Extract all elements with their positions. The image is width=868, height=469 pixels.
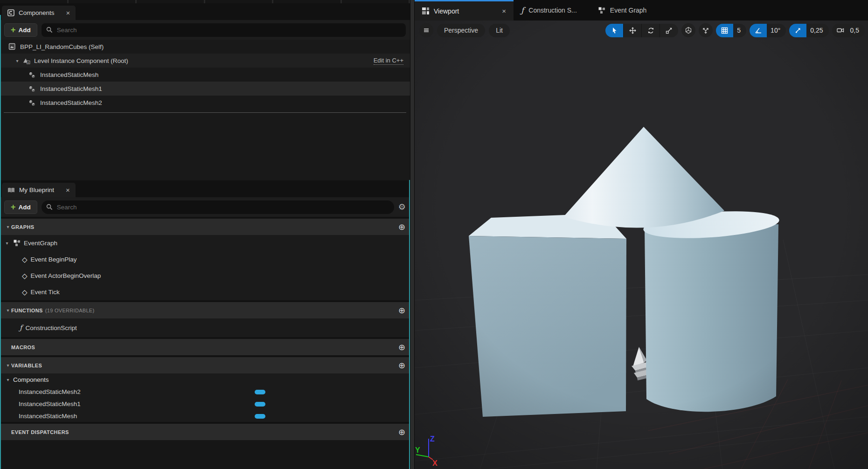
my-blueprint-search-input[interactable] (57, 204, 389, 211)
add-event-dispatcher-icon[interactable]: ⊕ (398, 428, 405, 436)
tab-viewport-label: Viewport (434, 7, 459, 15)
tab-viewport[interactable]: Viewport × (415, 0, 514, 21)
section-graphs-label: GRAPHS (11, 224, 34, 230)
add-function-icon[interactable]: ⊕ (398, 306, 405, 315)
3d-scene: Z Y X (415, 21, 868, 469)
close-icon[interactable]: × (502, 7, 506, 15)
axis-x-label: X (432, 459, 437, 467)
tree-row-label: Level Instance Component (Root) (34, 57, 128, 64)
perspective-label: Perspective (444, 27, 478, 34)
move-tool-button[interactable] (624, 24, 642, 37)
components-toolbar: + Add (0, 20, 410, 40)
section-macros[interactable]: MACROS ⊕ (0, 339, 410, 355)
surface-snapping-button[interactable] (699, 23, 713, 37)
left-dock: Components × + Add (0, 0, 410, 469)
instanced-mesh-icon (29, 71, 36, 78)
grid-snap-toggle[interactable] (716, 24, 733, 37)
my-blueprint-search[interactable] (42, 200, 394, 214)
tab-components[interactable]: Components × (2, 6, 76, 20)
variable-row[interactable]: InstancedStaticMesh2 (0, 386, 410, 398)
row-event-actorbeginoverlap[interactable]: ◇ Event ActorBeginOverlap (0, 268, 410, 284)
functions-body: ƒ ConstructionScript (0, 318, 410, 337)
row-constructionscript[interactable]: ƒ ConstructionScript (0, 318, 410, 337)
expander-icon[interactable]: ▾ (14, 58, 21, 63)
section-variables[interactable]: ▾ VARIABLES ⊕ (0, 357, 410, 373)
grid-snap-value[interactable]: 5 (733, 24, 746, 37)
perspective-dropdown[interactable]: Perspective (437, 24, 485, 37)
tree-row-ism2[interactable]: InstancedStaticMesh2 (0, 96, 410, 110)
tree-row-ism[interactable]: InstancedStaticMesh (0, 68, 410, 82)
dock-splitter[interactable] (410, 0, 415, 469)
tab-construction-script[interactable]: ƒ Construction S... (514, 0, 584, 21)
close-icon[interactable]: × (66, 9, 70, 17)
variable-type-pill[interactable] (255, 390, 265, 394)
panel-focus-border (0, 15, 1, 469)
window-top-strip (0, 0, 410, 3)
event-label: Event BeginPlay (31, 256, 77, 263)
blueprint-class-icon (8, 43, 16, 50)
rotation-snap-toggle[interactable] (750, 24, 767, 37)
expander-icon[interactable]: ▾ (5, 224, 11, 229)
variable-row[interactable]: InstancedStaticMesh1 (0, 398, 410, 410)
event-label: Event Tick (31, 289, 60, 296)
row-event-beginplay[interactable]: ◇ Event BeginPlay (0, 251, 410, 268)
tree-row-self[interactable]: BPP_LI_RandomCubes (Self) (0, 40, 410, 54)
variable-category-components[interactable]: ▾ Components (0, 373, 410, 386)
graphs-body: ▾ EventGraph ◇ Event BeginPlay ◇ Event A (0, 235, 410, 300)
row-eventgraph[interactable]: ▾ EventGraph (0, 235, 410, 251)
add-macro-icon[interactable]: ⊕ (398, 343, 405, 352)
book-icon (7, 187, 15, 193)
tab-my-blueprint[interactable]: My Blueprint × (2, 183, 76, 197)
section-event-dispatchers[interactable]: EVENT DISPATCHERS ⊕ (0, 424, 410, 440)
camera-speed-value[interactable]: 0,5 (849, 24, 865, 37)
select-tool-button[interactable] (605, 24, 624, 37)
add-component-button[interactable]: + Add (4, 23, 37, 37)
components-search-input[interactable] (57, 27, 401, 34)
tree-row-label: BPP_LI_RandomCubes (Self) (20, 43, 104, 50)
rotate-tool-button[interactable] (642, 24, 660, 37)
camera-speed-icon[interactable] (832, 24, 849, 37)
variable-row[interactable]: InstancedStaticMesh (0, 410, 410, 422)
components-search[interactable] (42, 23, 406, 37)
rotation-snap-control: 10° (750, 24, 786, 37)
variable-type-pill[interactable] (255, 414, 265, 419)
cursor-icon (611, 27, 618, 34)
angle-icon (755, 27, 762, 34)
row-event-tick[interactable]: ◇ Event Tick (0, 284, 410, 300)
rotation-snap-value[interactable]: 10° (767, 24, 786, 37)
function-icon: ƒ (20, 324, 22, 332)
diagonal-arrow-icon (795, 27, 801, 34)
add-blueprint-item-button[interactable]: + Add (4, 200, 37, 214)
expander-icon[interactable]: ▾ (5, 308, 11, 313)
expander-icon[interactable]: ▾ (5, 363, 11, 368)
close-icon[interactable]: × (66, 186, 70, 194)
tab-event-graph[interactable]: Event Graph (591, 0, 654, 21)
lit-label: Lit (496, 27, 503, 34)
instanced-mesh-icon (29, 85, 36, 92)
expander-icon[interactable]: ▾ (4, 241, 10, 246)
event-node-icon: ◇ (22, 255, 28, 264)
rotate-icon (647, 27, 654, 34)
viewport-canvas[interactable]: Z Y X Perspective Lit (415, 21, 868, 469)
section-graphs[interactable]: ▾ GRAPHS ⊕ (0, 219, 410, 235)
coordinate-system-button[interactable] (681, 23, 695, 37)
edit-in-cpp-link[interactable]: Edit in C++ (374, 57, 403, 65)
scale-tool-button[interactable] (660, 24, 678, 37)
section-functions[interactable]: ▾ FUNCTIONS (19 OVERRIDABLE) ⊕ (0, 302, 410, 318)
tree-divider (4, 112, 406, 113)
scale-snap-value[interactable]: 0,25 (806, 24, 828, 37)
add-graph-icon[interactable]: ⊕ (398, 223, 405, 231)
variable-type-pill[interactable] (255, 402, 265, 407)
view-mode-dropdown[interactable]: Lit (489, 24, 510, 37)
tree-row-root-component[interactable]: ▾ c Level Instance Component (Root) Edit… (0, 54, 410, 68)
section-macros-label: MACROS (11, 345, 35, 350)
tab-components-label: Components (19, 9, 55, 16)
scale-snap-toggle[interactable] (789, 24, 806, 37)
add-variable-icon[interactable]: ⊕ (398, 361, 405, 370)
tree-row-ism1[interactable]: InstancedStaticMesh1 (0, 82, 410, 96)
viewport-menu-button[interactable] (419, 23, 433, 37)
expander-icon[interactable]: ▾ (5, 377, 11, 382)
gear-icon[interactable]: ⚙ (398, 202, 406, 212)
add-blueprint-item-label: Add (19, 204, 31, 211)
tab-event-graph-label: Event Graph (610, 7, 647, 14)
